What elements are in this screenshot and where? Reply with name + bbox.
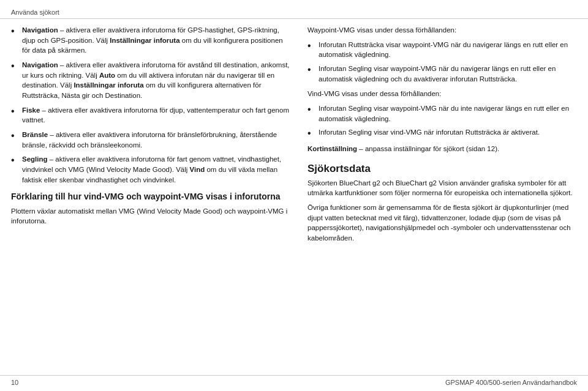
list-item: • Navigation – aktivera eller avaktivera… [11,60,293,101]
bullet-dot: • [307,40,315,51]
sjokort-paragraph-2: Övriga funktioner som är gemensamma för … [307,203,577,244]
bullet-text: Inforutan Segling visar waypoint-VMG när… [318,64,577,84]
bullet-text: Inforutan Segling visar vind-VMG när inf… [318,127,577,138]
waypoint-bullet-list: • Inforutan Ruttsträcka visar waypoint-V… [307,40,577,84]
bullet-text: Navigation – aktivera eller avaktivera i… [22,25,293,56]
footer-manual-title: GPSMAP 400/500-serien Användarhandbok [445,379,577,386]
left-column: • Navigation – aktivera eller avaktivera… [11,25,293,248]
vmd-section-heading: Förklaring till hur vind-VMG och waypoin… [11,191,293,202]
vmd-paragraph: Plottern växlar automatiskt mellan VMG (… [11,206,293,226]
list-item: • Bränsle – aktivera eller avaktivera in… [11,130,293,150]
page-header: Använda sjökort [0,6,588,19]
list-item: • Inforutan Segling visar waypoint-VMG n… [307,64,577,84]
bullet-text: Navigation – aktivera eller avaktivera i… [22,60,293,101]
bullet-text: Segling – aktivera eller avaktivera info… [22,154,293,185]
bullet-dot: • [11,61,18,72]
list-item: • Navigation – aktivera eller avaktivera… [11,25,293,56]
page-footer: 10 GPSMAP 400/500-serien Användarhandbok [0,375,588,386]
bullet-dot: • [11,106,18,117]
bullet-text: Inforutan Ruttsträcka visar waypoint-VMG… [318,40,577,60]
vind-bullet-list: • Inforutan Segling visar waypoint-VMG n… [307,103,577,139]
left-bullet-list: • Navigation – aktivera eller avaktivera… [11,25,293,185]
list-item: • Fiske – aktivera eller avaktivera info… [11,105,293,125]
list-item: • Inforutan Segling visar vind-VMG när i… [307,127,577,139]
content-area: • Navigation – aktivera eller avaktivera… [0,25,588,248]
header-title: Använda sjökort [11,9,59,16]
waypoint-intro: Waypoint-VMG visas under dessa förhållan… [307,25,577,35]
footer-page-number: 10 [11,379,18,386]
bullet-text: Inforutan Segling visar waypoint-VMG när… [318,103,577,124]
bullet-text: Fiske – aktivera eller avaktivera inforu… [22,105,293,125]
list-item: • Segling – aktivera eller avaktivera in… [11,154,293,185]
right-column: Waypoint-VMG visas under dessa förhållan… [307,25,577,248]
bullet-dot: • [307,64,315,75]
sjokort-paragraph-1: Sjökorten BlueChart g2 och BlueChart g2 … [307,178,577,198]
bullet-dot: • [11,26,18,37]
bullet-dot: • [307,104,315,115]
bullet-text: Bränsle – aktivera eller avaktivera info… [22,130,293,150]
kortinstallning-text: Kortinställning – anpassa inställningar … [307,144,577,154]
sjokort-heading: Sjökortsdata [307,163,577,175]
list-item: • Inforutan Ruttsträcka visar waypoint-V… [307,40,577,60]
bullet-dot: • [11,130,18,141]
bullet-dot: • [307,128,315,139]
page-container: Använda sjökort • Navigation – aktivera … [0,0,588,391]
vind-intro: Vind-VMG visas under dessa förhållanden: [307,89,577,99]
list-item: • Inforutan Segling visar waypoint-VMG n… [307,103,577,124]
bullet-dot: • [11,155,18,166]
